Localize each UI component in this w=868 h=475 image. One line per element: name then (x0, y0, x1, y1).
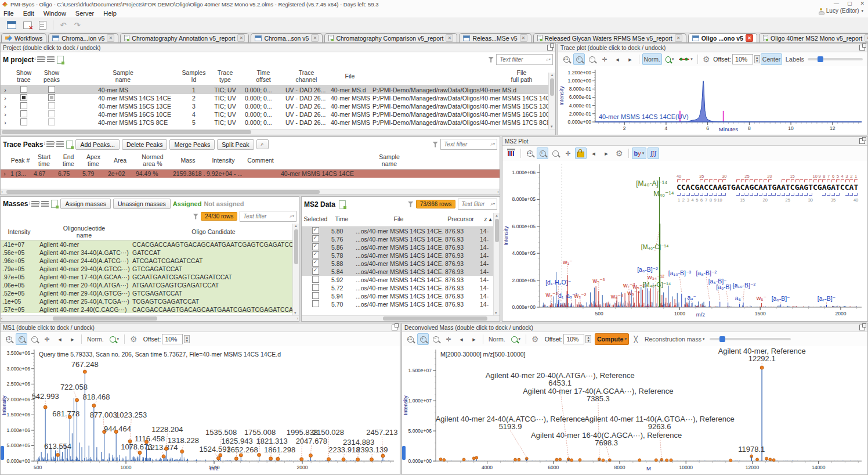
zoom-out-button[interactable]: − (586, 53, 598, 65)
tab-releas-mse-v5[interactable]: Releas...MSe v5✕ (459, 33, 531, 42)
history-back-button[interactable]: ◂ (612, 53, 623, 65)
dock-icon[interactable] (392, 325, 397, 330)
checkbox[interactable] (312, 300, 319, 307)
table-row[interactable]: 5.84...os/40-mer MSMS 14CS 14CE.d876.931… (302, 268, 494, 276)
checkbox[interactable] (20, 102, 27, 109)
export-icon[interactable] (66, 141, 73, 149)
checkbox[interactable] (312, 284, 319, 291)
export-icon[interactable] (57, 56, 64, 64)
column-header[interactable]: Tracechannel (284, 67, 329, 85)
menu-help[interactable]: Help (103, 10, 117, 17)
menu-server[interactable]: Server (75, 10, 94, 17)
report-button[interactable] (37, 19, 49, 31)
column-header[interactable]: Mass (171, 152, 205, 169)
table-row[interactable]: ›40-mer MS1TIC; UV0.000; 0...UV - DAD 26… (1, 86, 548, 94)
table-row[interactable]: .41e+07Agilent 40-merCCACGACCAAGTGACAGCA… (1, 240, 293, 249)
tab-not-assigned[interactable]: Not assigned (204, 200, 244, 207)
tab-close-icon[interactable]: ✕ (311, 34, 319, 42)
tab-close-icon[interactable]: ✕ (237, 34, 245, 42)
exclude-button[interactable]: ╳ (630, 333, 642, 345)
settings-button[interactable]: ⚙ (529, 333, 541, 345)
split-peak-button[interactable]: Split Peak (217, 139, 254, 150)
checkbox[interactable] (20, 118, 27, 125)
table-row[interactable]: 5.72...os/40-mer MSMS 14CS 14CE.d876.931… (302, 284, 494, 292)
ion-labels-button[interactable]: by▾ (632, 147, 647, 159)
autozoom-button[interactable]: ▾ (663, 53, 677, 65)
history-back-button[interactable]: ◂ (455, 333, 467, 345)
tab-chromatography-comparison-v5-report[interactable]: Chromatography Comparison v5_report✕ (324, 33, 457, 42)
project-horizontal-scrollbar[interactable] (1, 129, 555, 135)
deconvolved-mass-plot[interactable]: 0.000e+005.000e+061.000e+071.500e+074000… (402, 346, 867, 473)
column-header[interactable]: Filefull path (371, 67, 548, 85)
zoom-out-button[interactable]: − (28, 333, 40, 345)
tab-oligo-40mer-ms2-mono-v5-report[interactable]: Oligo 40mer MS2 Mono v5_report✕ (759, 33, 868, 42)
ms2-data-vertical-scrollbar[interactable]: ▴▾ (493, 213, 500, 315)
table-row[interactable]: .57e+05Agilent 40-mer 2-40(C.CACG···)CAC… (1, 305, 293, 313)
pan-button[interactable]: ✛ (599, 53, 610, 65)
norm-button[interactable]: Norm. (642, 53, 662, 65)
column-header[interactable]: Intensity (205, 152, 242, 169)
table-row[interactable]: .56e+05Agilent 40-mer 34-40(A.GATC···)GA… (1, 249, 293, 257)
tab-chroma-son-v5[interactable]: Chroma...son v5✕ (251, 33, 323, 42)
column-header[interactable]: Showpeaks (38, 67, 66, 85)
table-row[interactable]: 5.94...os/40-mer MSMS 14CS 14CE.d876.931… (302, 292, 494, 300)
project-filter-input[interactable] (498, 56, 546, 63)
history-back-button[interactable]: ◂ (54, 333, 66, 345)
column-header[interactable]: z ▴ (478, 211, 494, 226)
offset-spinner[interactable]: Offset:10%▲▼ (713, 53, 760, 65)
delete-peaks-button[interactable]: Delete Peaks (122, 139, 167, 150)
redo-button[interactable]: ↷ (71, 19, 83, 31)
table-row[interactable]: ›40-mer MSMS 16CS 10CE4TIC; UV0.000; 0..… (1, 110, 548, 118)
column-header[interactable]: Peak # (9, 152, 32, 169)
matrix-button[interactable] (505, 147, 518, 159)
slider-track[interactable] (710, 338, 791, 340)
tab-chromatography-annotation-v5-report[interactable]: Chromatography Annotation v5_report✕ (120, 33, 249, 42)
table-row[interactable]: 5.88...os/40-mer MSMS 14CS 14CE.d876.931… (302, 260, 494, 268)
table-row[interactable]: .52e+05Agilent 40-mer 29-40(A.GTCG···)GT… (1, 289, 293, 297)
table-row[interactable]: ›40-mer MSMS 14CS 14CE2TIC; UV0.000; 0..… (1, 94, 548, 102)
tab-close-icon[interactable]: ✕ (746, 34, 753, 42)
norm-button[interactable]: Norm. (486, 333, 508, 345)
pan-button[interactable]: ✛ (41, 333, 53, 345)
column-header[interactable]: Comment (242, 152, 279, 169)
menu-file[interactable]: File (3, 10, 14, 17)
table-row[interactable]: .96e+05Agilent 40-mer 24-40(A.ATCG···)AT… (1, 257, 293, 265)
table-row[interactable]: ›40-mer MSMS 17CS 8CE5TIC; UV0.000; 0...… (1, 118, 548, 127)
table-row[interactable]: 5.78...os/40-mer MSMS 14CS 14CE.d876.931… (302, 251, 494, 260)
checkbox[interactable] (312, 251, 319, 258)
checkbox[interactable] (48, 102, 55, 109)
plot-scrollbar[interactable] (1, 446, 4, 460)
ms2-data-horizontal-scrollbar[interactable] (302, 315, 500, 321)
ms2-plot[interactable]: 0.000e+002.000e+054.000e+056.000e+058.00… (502, 161, 867, 319)
offset-spinner[interactable]: Offset:10%▲▼ (542, 333, 594, 345)
history-forward-button[interactable]: ▸ (601, 147, 612, 159)
merge-peaks-button[interactable]: Merge Peaks (169, 139, 215, 150)
column-header[interactable]: Starttime (32, 152, 56, 169)
offset-spinner[interactable]: Offset:10%▲▼ (141, 333, 192, 345)
unassign-masses-button[interactable]: Unassign masses (113, 199, 171, 209)
spectra-stack-button[interactable]: ʃʃʃ (648, 147, 659, 159)
column-header[interactable] (1, 152, 9, 169)
menu-edit[interactable]: Edit (23, 10, 34, 17)
close-project-button[interactable] (21, 19, 34, 31)
zoom-in-button[interactable]: + (16, 333, 27, 345)
sort-ascending-icon[interactable] (47, 56, 55, 63)
search-icon[interactable]: ⌕▾ (546, 57, 551, 63)
column-header[interactable]: Tracetype (207, 67, 243, 85)
table-row[interactable]: 5.92...os/40-mer MSMS 14CS 14CE.d876.931… (302, 276, 494, 284)
column-header[interactable]: Selected (302, 211, 330, 226)
zoom-reset-button[interactable]: 1:1 (524, 147, 536, 159)
spinner-arrows[interactable]: ▲▼ (585, 335, 591, 343)
trace-style-button[interactable]: ▾ (677, 53, 694, 65)
tab-workflows[interactable]: Workflows (1, 33, 46, 42)
checkbox[interactable] (312, 276, 319, 283)
tab-close-icon[interactable]: ✕ (107, 34, 114, 42)
close-button[interactable]: ✕ (860, 1, 865, 6)
trace-peaks-horizontal-scrollbar[interactable]: ‹› (1, 189, 500, 195)
column-header[interactable]: Oligo Candidate (131, 224, 293, 240)
column-header[interactable]: File (354, 211, 443, 226)
search-icon[interactable]: ⌕▾ (290, 214, 294, 219)
tab-close-icon[interactable]: ✕ (675, 34, 682, 42)
norm-button[interactable]: Norm. (85, 333, 106, 345)
checkbox[interactable] (312, 227, 319, 234)
